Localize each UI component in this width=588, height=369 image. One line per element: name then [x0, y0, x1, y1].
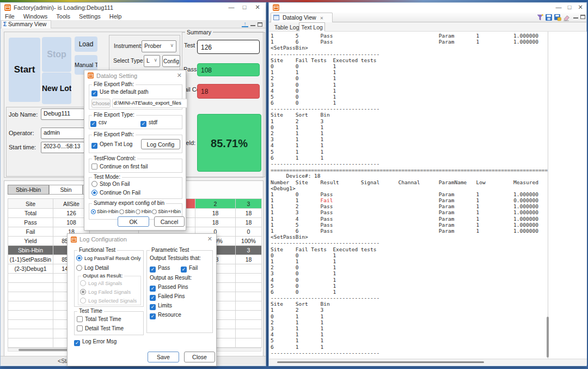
minimize-view-icon[interactable] [250, 25, 255, 26]
detail-test-time-checkbox[interactable]: Detail Test Time [77, 325, 124, 331]
close-button[interactable]: Close [184, 352, 215, 362]
passed-pins-checkbox[interactable]: ✓Passed Pins [150, 284, 188, 292]
right-titlebar: — □ ✕ [269, 3, 586, 13]
export-path-input[interactable]: d:\MINI-ATE\auto_export_files [112, 99, 187, 108]
load-button[interactable]: Load [75, 37, 97, 52]
limits-checkbox[interactable]: ✓Limits [150, 303, 172, 310]
start-time-input[interactable]: 2023-0...:58:13 [41, 142, 84, 153]
log-line: 0 0 1 [271, 252, 548, 258]
log-line: 2 0 1 [271, 75, 548, 81]
maximize-button[interactable]: □ [238, 3, 250, 12]
option-label: Log Pass/Fail Result Only [84, 256, 141, 261]
job-name-input[interactable]: Debug111 [41, 108, 84, 120]
close-button[interactable]: ✕ [574, 3, 586, 12]
maximize-button[interactable]: □ [564, 3, 575, 12]
option-label: csv [99, 119, 107, 125]
bin-table-hscroll-thumb[interactable] [19, 349, 72, 351]
menu-help[interactable]: Help [105, 13, 126, 20]
log-line: 0 1 1 [271, 124, 548, 130]
minimize-view-icon[interactable] [573, 17, 578, 19]
text-log-area[interactable]: 1 5 Pass Param 1 1.0000001 6 Pass Param … [269, 32, 587, 359]
pass-checkbox[interactable]: ✓Pass [150, 265, 170, 273]
radio-disabled-selected-icon [80, 289, 86, 295]
yield-box: 85.71% [197, 114, 261, 172]
tab-close-icon[interactable]: ✕ [320, 16, 324, 21]
bin-option-radio-sbin-hbin[interactable]: Sbin-Hbin [91, 209, 119, 214]
open-txt-log-checkbox[interactable]: ✓Open Txt Log [91, 141, 132, 149]
operator-label: Operator: [9, 130, 34, 136]
operator-input[interactable]: admin [41, 128, 84, 139]
start-button[interactable]: Start [9, 38, 40, 102]
failed-pins-checkbox[interactable]: ✓Failed Pins [150, 293, 185, 301]
bin-option-radio-hbin[interactable]: Hbin [136, 209, 152, 214]
log-line: 3 1 1 [271, 136, 548, 142]
vertical-scrollbar-track[interactable] [548, 32, 548, 359]
close-button[interactable]: ✕ [252, 3, 264, 12]
vertical-scrollbar-thumb[interactable] [547, 317, 549, 358]
cancel-button[interactable]: Cancel [154, 216, 185, 227]
instrument-select[interactable]: Prober ∨ [142, 40, 176, 52]
menu-windows[interactable]: Windows [19, 13, 52, 20]
clear-log-icon[interactable] [562, 14, 570, 21]
dialog-close-icon[interactable]: ✕ [207, 235, 212, 243]
option-label: Open Txt Log [100, 141, 132, 147]
menu-settings[interactable]: Settings [75, 13, 105, 20]
save-button[interactable]: Save [148, 352, 179, 362]
bin-tab-sbin[interactable]: Sbin [49, 185, 83, 195]
radio-icon [136, 209, 140, 214]
maximize-view-icon[interactable] [580, 15, 585, 19]
tab-summary-view[interactable]: ΣSummary View [1, 20, 51, 28]
log-config-button[interactable]: Log Config [141, 139, 180, 149]
stop-button[interactable]: Stop [42, 37, 71, 72]
log-error-msg-checkbox[interactable]: ✓Log Error Msg [74, 338, 117, 346]
continue-on-fail-radio[interactable]: Continue On Fail [91, 190, 140, 196]
config-button[interactable]: Config [162, 55, 180, 67]
tab-text-log[interactable]: Text Log [299, 22, 325, 32]
bin-option-radio-sbin[interactable]: Sbin [119, 209, 135, 214]
option-label: Limits [158, 303, 172, 308]
resource-checkbox[interactable]: ✓Resource [150, 312, 181, 319]
ok-button[interactable]: OK [118, 216, 149, 227]
save-icon[interactable] [545, 14, 553, 21]
log-pf-only-radio[interactable]: Log Pass/Fail Result Only [76, 255, 141, 261]
stop-on-fail-radio[interactable]: Stop On Fail [91, 181, 130, 187]
log-line: <Debug1> [271, 185, 548, 191]
start-time-label: Start time: [9, 144, 36, 150]
log-failed-signals-radio[interactable]: Log Failed Signals [80, 289, 131, 295]
minimize-button[interactable]: — [553, 3, 565, 12]
dialog-close-icon[interactable]: ✕ [177, 72, 182, 79]
export-up-icon[interactable]: ↑ [242, 21, 248, 27]
tab-datalog-view[interactable]: Datalog View ✕ [271, 13, 333, 22]
horizontal-scrollbar[interactable] [269, 359, 587, 365]
fail-checkbox[interactable]: ✓Fail [181, 265, 198, 273]
log-selected-signals-radio[interactable]: Log Selected Signals [80, 298, 137, 304]
datalog-view-tabbar: Datalog View ✕ [269, 13, 586, 22]
bin-option-radio-sbin+hbin[interactable]: Sbin+Hbin [152, 209, 181, 214]
use-default-path-checkbox[interactable]: ✓Use the default path [91, 89, 149, 96]
bin-tab-sbin-hbin[interactable]: Sbin-Hbin [8, 185, 49, 195]
save-locked-icon[interactable] [554, 14, 561, 21]
minimize-button[interactable]: — [225, 3, 237, 12]
test-time-group: Test Time Total Test Time Detail Test Ti… [74, 311, 144, 335]
total-test-time-checkbox[interactable]: Total Test Time [77, 316, 121, 322]
choose-button[interactable]: Choose [91, 99, 111, 108]
select-type-select[interactable]: L ∨ [144, 55, 160, 67]
checkbox-unchecked-icon [77, 316, 83, 322]
continue-first-fail-checkbox[interactable]: Continue on first fail [91, 164, 148, 170]
tab-table-log[interactable]: Table Log [274, 24, 299, 31]
radio-icon [91, 181, 97, 187]
group-label: File Export Type: [92, 112, 136, 118]
log-detail-radio[interactable]: Log Detail [76, 265, 109, 271]
maximize-view-icon[interactable] [258, 22, 262, 27]
horizontal-scrollbar-thumb[interactable] [277, 361, 484, 363]
filter-icon[interactable] [536, 14, 544, 21]
table-cell: 3 [236, 246, 262, 255]
menu-file[interactable]: File [1, 13, 19, 20]
new-lot-button[interactable]: New Lot [42, 72, 71, 104]
csv-checkbox[interactable]: ✓csv [90, 119, 107, 127]
table-cell: Total [8, 209, 53, 218]
menu-tools[interactable]: Tools [52, 13, 75, 20]
log-line: 1 6 Pass Param 1 1.000000 [271, 39, 548, 45]
log-all-signals-radio[interactable]: Log All Signals [80, 280, 122, 286]
stdf-checkbox[interactable]: ✓stdf [140, 119, 157, 127]
